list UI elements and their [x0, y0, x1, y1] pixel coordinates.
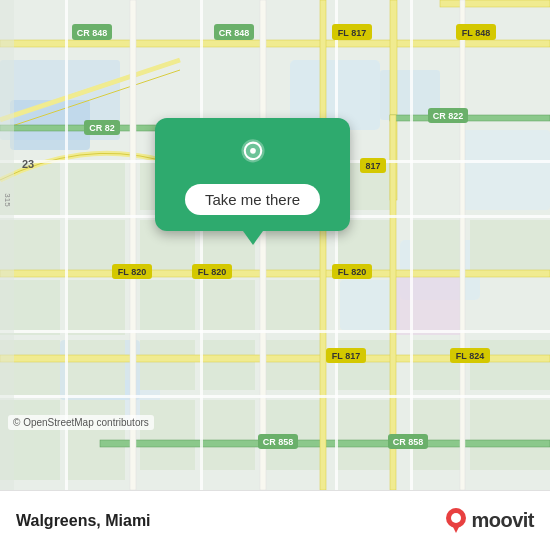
svg-point-102: [250, 148, 256, 154]
svg-text:CR 858: CR 858: [263, 437, 294, 447]
svg-text:CR 822: CR 822: [433, 111, 464, 121]
svg-text:FL 817: FL 817: [332, 351, 360, 361]
svg-text:817: 817: [365, 161, 380, 171]
svg-rect-15: [65, 280, 125, 335]
moovit-text: moovit: [471, 509, 534, 532]
take-me-there-button[interactable]: Take me there: [185, 184, 320, 215]
svg-rect-63: [0, 330, 550, 333]
svg-rect-38: [335, 400, 395, 470]
location-title: Walgreens, Miami: [16, 512, 151, 530]
svg-rect-37: [335, 340, 395, 390]
svg-rect-44: [470, 400, 550, 470]
svg-text:FL 848: FL 848: [462, 28, 490, 38]
svg-rect-28: [140, 400, 195, 470]
svg-text:FL 820: FL 820: [118, 267, 146, 277]
svg-rect-39: [410, 220, 465, 270]
svg-text:FL 820: FL 820: [198, 267, 226, 277]
location-popup: Take me there: [155, 118, 350, 231]
svg-rect-9: [460, 130, 550, 210]
svg-rect-25: [200, 280, 255, 330]
svg-rect-58: [320, 0, 326, 490]
moovit-pin-icon: [445, 507, 467, 535]
svg-rect-67: [335, 0, 338, 490]
location-pin-icon: [234, 136, 272, 174]
svg-text:315: 315: [3, 193, 12, 207]
svg-point-104: [451, 513, 461, 523]
svg-rect-27: [200, 340, 255, 390]
map-attribution: © OpenStreetMap contributors: [8, 415, 154, 430]
svg-text:CR 82: CR 82: [89, 123, 115, 133]
svg-rect-11: [65, 160, 125, 215]
svg-rect-57: [260, 0, 266, 490]
moovit-logo: moovit: [445, 507, 534, 535]
svg-rect-32: [265, 280, 325, 330]
svg-rect-51: [0, 270, 550, 277]
svg-rect-64: [0, 395, 550, 398]
svg-rect-60: [460, 0, 465, 490]
svg-rect-43: [470, 340, 550, 390]
bottom-bar: Walgreens, Miami moovit: [0, 490, 550, 550]
svg-text:FL 817: FL 817: [338, 28, 366, 38]
svg-rect-17: [65, 340, 125, 395]
svg-rect-24: [140, 280, 195, 330]
svg-rect-55: [390, 115, 550, 121]
svg-text:FL 824: FL 824: [456, 351, 484, 361]
svg-text:CR 848: CR 848: [219, 28, 250, 38]
svg-text:23: 23: [22, 158, 34, 170]
svg-rect-66: [200, 0, 203, 490]
svg-rect-33: [265, 340, 325, 390]
svg-text:FL 820: FL 820: [338, 267, 366, 277]
svg-rect-48: [440, 0, 550, 7]
svg-rect-46: [0, 40, 550, 47]
svg-marker-105: [452, 525, 460, 533]
svg-text:CR 848: CR 848: [77, 28, 108, 38]
svg-rect-26: [140, 340, 195, 390]
map-container: CR 848 CR 848 FL 848 FL 817 CR 82 CR 822…: [0, 0, 550, 490]
svg-rect-29: [200, 400, 255, 470]
svg-rect-68: [410, 0, 413, 490]
svg-text:CR 858: CR 858: [393, 437, 424, 447]
svg-rect-45: [390, 270, 465, 335]
svg-rect-59: [390, 115, 396, 490]
svg-rect-40: [410, 340, 465, 390]
svg-rect-42: [470, 220, 550, 270]
